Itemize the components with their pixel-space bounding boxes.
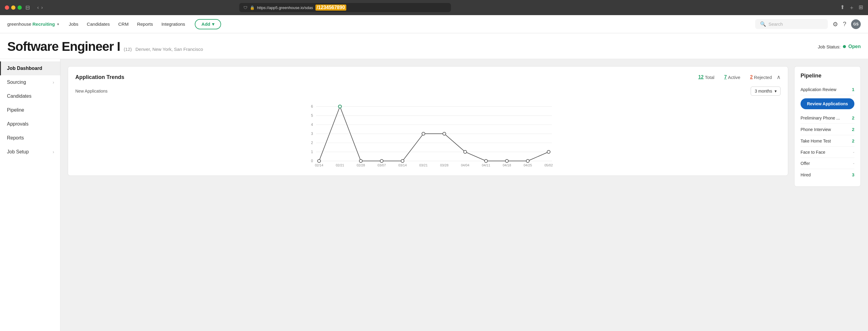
sidebar: Job Dashboard Sourcing › Candidates Pipe…	[0, 59, 61, 331]
sidebar-label-reports: Reports	[7, 135, 24, 141]
svg-text:03/21: 03/21	[419, 163, 428, 167]
share-icon[interactable]: ⬆	[840, 4, 845, 11]
sidebar-item-job-dashboard[interactable]: Job Dashboard	[0, 61, 60, 76]
review-applications-button[interactable]: Review Applications	[801, 98, 855, 109]
pipeline-item-1[interactable]: Preliminary Phone ... 2	[801, 112, 855, 124]
pipeline-count-2: 2	[852, 127, 855, 132]
logo[interactable]: greenhouse Recruiting ▾	[7, 22, 59, 27]
nav-jobs[interactable]: Jobs	[69, 22, 78, 27]
pipeline-card: Pipeline Application Review 1 Review App…	[794, 66, 861, 187]
avatar[interactable]: GS	[851, 19, 861, 29]
pipeline-item-5[interactable]: Offer -	[801, 158, 855, 169]
svg-text:0: 0	[311, 159, 313, 163]
minimize-button[interactable]	[11, 5, 16, 10]
pipeline-item-4[interactable]: Face to Face -	[801, 147, 855, 158]
sidebar-chevron-sourcing: ›	[53, 80, 54, 85]
svg-text:04/04: 04/04	[461, 163, 469, 167]
url-highlight: /1234567890	[315, 4, 346, 10]
svg-text:2: 2	[311, 141, 313, 145]
job-status-label: Job Status:	[818, 44, 840, 49]
page-title-area: Software Engineer I (12) Denver, New Yor…	[0, 33, 868, 59]
status-indicator	[843, 45, 846, 48]
chart-svg-container: 6 5 4 3 2 1 0	[75, 100, 781, 168]
total-count: 12	[698, 74, 704, 80]
svg-text:02/14: 02/14	[315, 163, 323, 167]
svg-text:4: 4	[311, 123, 313, 127]
svg-text:04/11: 04/11	[482, 163, 490, 167]
sidebar-item-pipeline[interactable]: Pipeline	[0, 103, 60, 117]
address-bar[interactable]: 🛡 🔒 https://app5.greenhouse.io/sdas /123…	[239, 3, 451, 12]
pipeline-title: Pipeline	[801, 72, 855, 79]
svg-text:04/25: 04/25	[524, 163, 532, 167]
logo-brand: Recruiting	[32, 22, 55, 27]
pipeline-name-2: Phone Interview	[801, 127, 831, 132]
content-area: Application Trends 12 Total 7 Active	[61, 59, 868, 331]
application-trends-card: Application Trends 12 Total 7 Active	[68, 66, 788, 176]
browser-chrome: ⊟ ‹ › 🛡 🔒 https://app5.greenhouse.io/sda…	[0, 0, 868, 15]
svg-text:05/02: 05/02	[545, 163, 553, 167]
job-status: Job Status: Open	[818, 44, 861, 49]
active-label: Active	[728, 75, 740, 80]
sidebar-item-sourcing[interactable]: Sourcing ›	[0, 76, 60, 89]
data-point-3	[380, 159, 383, 162]
rejected-count: 2	[750, 74, 753, 80]
collapse-icon[interactable]: ∧	[777, 74, 781, 81]
pipeline-name-5: Offer	[801, 161, 810, 166]
data-point-9	[505, 159, 508, 162]
svg-text:03/14: 03/14	[398, 163, 407, 167]
add-chevron-icon: ▾	[212, 22, 214, 27]
data-point-0	[317, 159, 320, 162]
security-icon: 🛡	[244, 5, 247, 10]
add-label: Add	[202, 22, 210, 27]
sidebar-item-reports[interactable]: Reports	[0, 131, 60, 145]
sidebar-label-approvals: Approvals	[7, 121, 28, 127]
chart-area: New Applications 3 months ▾	[75, 87, 781, 168]
new-tab-icon[interactable]: ＋	[849, 4, 855, 11]
sidebar-item-job-setup[interactable]: Job Setup ›	[0, 145, 60, 159]
sidebar-toggle-icon[interactable]: ⊟	[25, 4, 30, 11]
data-point-6	[443, 132, 446, 135]
sidebar-label-pipeline: Pipeline	[7, 108, 24, 113]
nav-crm[interactable]: CRM	[118, 22, 128, 27]
time-selector[interactable]: 3 months ▾	[751, 87, 781, 96]
data-point-7	[464, 150, 467, 153]
trends-chart: 6 5 4 3 2 1 0	[75, 100, 781, 167]
search-box[interactable]: 🔍 Search	[755, 19, 828, 29]
nav-reports[interactable]: Reports	[137, 22, 153, 27]
svg-text:02/21: 02/21	[336, 163, 344, 167]
pipeline-count-5: -	[853, 161, 855, 166]
back-button[interactable]: ‹	[37, 5, 39, 10]
add-button[interactable]: Add ▾	[195, 19, 221, 29]
pipeline-item-3[interactable]: Take Home Test 2	[801, 135, 855, 147]
trends-stats: 12 Total 7 Active 2 Rejected	[698, 74, 781, 81]
sidebar-item-approvals[interactable]: Approvals	[0, 117, 60, 131]
svg-text:03/07: 03/07	[377, 163, 386, 167]
pipeline-name-0: Application Review	[801, 87, 836, 92]
stat-total[interactable]: 12 Total	[698, 74, 714, 80]
pipeline-count-4: -	[853, 150, 855, 155]
pipeline-panel: Pipeline Application Review 1 Review App…	[794, 66, 861, 331]
grid-icon[interactable]: ⊞	[859, 4, 863, 11]
total-label: Total	[705, 75, 714, 80]
nav-integrations[interactable]: Integrations	[161, 22, 185, 27]
stat-active[interactable]: 7 Active	[724, 74, 740, 80]
card-title: Application Trends	[75, 74, 124, 81]
svg-text:02/28: 02/28	[356, 163, 365, 167]
nav-candidates[interactable]: Candidates	[87, 22, 110, 27]
sidebar-item-candidates[interactable]: Candidates	[0, 89, 60, 103]
main-panel: Application Trends 12 Total 7 Active	[68, 66, 788, 331]
forward-button[interactable]: ›	[41, 5, 43, 10]
settings-icon[interactable]: ⚙	[833, 21, 838, 28]
pipeline-item-2[interactable]: Phone Interview 2	[801, 124, 855, 135]
pipeline-item-6[interactable]: Hired 3	[801, 169, 855, 180]
help-icon[interactable]: ?	[843, 21, 846, 28]
data-point-2	[359, 159, 362, 162]
pipeline-item-0[interactable]: Application Review 1	[801, 84, 855, 95]
fullscreen-button[interactable]	[18, 5, 22, 10]
url-prefix: https://app5.greenhouse.io/sdas	[257, 5, 313, 10]
data-point-4	[401, 159, 404, 162]
app-header: greenhouse Recruiting ▾ Jobs Candidates …	[0, 15, 868, 33]
stat-rejected[interactable]: 2 Rejected	[750, 74, 772, 80]
close-button[interactable]	[5, 5, 9, 10]
time-selector-chevron: ▾	[775, 89, 777, 93]
